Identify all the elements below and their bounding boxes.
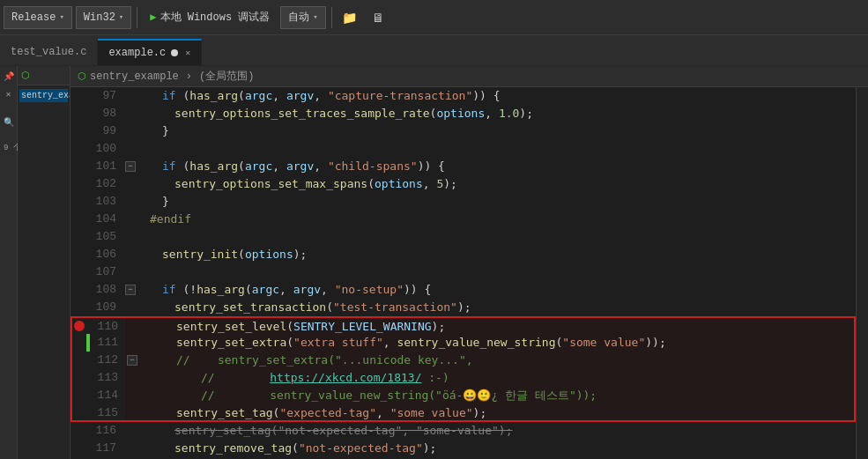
collapse-gutter: − [123, 158, 137, 175]
mode-dropdown[interactable]: 自动 ▾ [280, 6, 325, 29]
line-number: 99 [88, 122, 123, 140]
gutter-bp[interactable] [70, 281, 85, 299]
gutter-bp[interactable] [70, 422, 85, 440]
gutter-bp[interactable] [70, 87, 85, 105]
collapse-button[interactable]: − [125, 161, 136, 172]
collapse-gutter [123, 211, 137, 228]
gutter-bp[interactable] [70, 228, 85, 246]
tab-example-c-modified [171, 49, 178, 56]
sidebar-close-icon[interactable]: ✕ [2, 87, 16, 101]
collapse-gutter: − [125, 352, 139, 369]
line-number: 106 [88, 246, 123, 263]
tab-bar: test_value.c example.c ✕ [0, 35, 868, 66]
table-row: 111sentry_set_extra("extra stuff", sentr… [70, 334, 856, 352]
breadcrumb-icon: ⬡ [78, 70, 86, 82]
line-number: 105 [88, 228, 123, 246]
play-icon: ▶ [150, 11, 156, 24]
code-cell [137, 263, 856, 281]
config-arrow: ▾ [59, 12, 63, 22]
gutter-bp[interactable] [70, 140, 85, 158]
gutter-bp[interactable] [70, 193, 85, 211]
solution-item-sentry-example[interactable]: sentry_example [19, 89, 68, 102]
line-number: 112 [90, 352, 125, 369]
code-cell: // https://xkcd.com/1813/ :-) [139, 369, 854, 387]
collapse-gutter [123, 122, 137, 140]
solution-content: sentry_example [18, 85, 70, 106]
solution-header: ⬡ [18, 66, 70, 85]
code-cell: sentry_set_level(SENTRY_LEVEL_WARNING); [139, 318, 854, 334]
table-row: 116sentry_set_tag("not-expected-tag", "s… [70, 422, 856, 440]
code-editor[interactable]: 97if (has_arg(argc, argv, "capture-trans… [70, 87, 868, 459]
tab-test-value[interactable]: test_value.c [0, 39, 98, 65]
tab-example-c[interactable]: example.c ✕ [98, 39, 202, 65]
debug-button[interactable]: ▶ 本地 Windows 调试器 [143, 6, 277, 29]
table-row: 108−if (!has_arg(argc, argv, "no-setup")… [70, 281, 856, 299]
table-row: 101−if (has_arg(argc, argv, "child-spans… [70, 158, 856, 175]
table-row: 107 [70, 263, 856, 281]
code-cell: sentry_remove_tag("not-expected-tag"); [137, 440, 856, 457]
platform-dropdown[interactable]: Win32 ▾ [76, 6, 131, 29]
mode-arrow: ▾ [313, 12, 317, 22]
gutter-bp[interactable] [70, 440, 85, 457]
collapse-gutter: − [123, 281, 137, 299]
collapse-gutter [123, 193, 137, 211]
line-number: 100 [88, 140, 123, 158]
collapse-gutter [123, 105, 137, 122]
collapse-gutter [123, 175, 137, 193]
table-row: 102sentry_options_set_max_spans(options,… [70, 175, 856, 193]
gutter-bp[interactable] [70, 299, 85, 316]
gutter-bp[interactable] [70, 105, 85, 122]
collapse-button[interactable]: − [125, 285, 136, 295]
collapse-button[interactable]: − [127, 355, 137, 366]
code-cell: // sentry_value_new_string("öá-😀🙂¿ 한글 테스… [139, 387, 854, 404]
gutter-bp[interactable] [70, 122, 85, 140]
collapse-gutter [125, 334, 139, 352]
gutter-bp[interactable] [70, 158, 85, 175]
gutter-bp[interactable] [70, 211, 85, 228]
config-label: Release [11, 11, 56, 24]
breadcrumb-path: sentry_example [90, 70, 179, 83]
scrollbar[interactable] [856, 87, 868, 459]
collapse-gutter [125, 318, 139, 334]
table-row: 99} [70, 122, 856, 140]
mode-label: 自动 [288, 10, 309, 25]
sidebar-count-label: 共 9 个) [2, 140, 16, 154]
code-cell: sentry_set_tag("expected-tag", "some val… [139, 404, 854, 420]
sidebar-pin-icon[interactable]: 📌 [2, 70, 16, 84]
line-number: 110 [90, 318, 125, 334]
gutter-bp[interactable] [70, 263, 85, 281]
config-dropdown[interactable]: Release ▾ [4, 6, 72, 29]
collapse-gutter [123, 263, 137, 281]
left-sidebar: 📌 ✕ 🔍 共 9 个) [0, 66, 18, 459]
gutter-bp[interactable] [72, 369, 86, 387]
sidebar-search-icon[interactable]: 🔍 [2, 115, 16, 130]
line-number: 111 [90, 334, 125, 352]
code-cell: sentry_options_set_max_spans(options, 5)… [137, 175, 856, 193]
code-cell: if (!has_arg(argc, argv, "no-setup")) { [137, 281, 856, 299]
top-toolbar: Release ▾ Win32 ▾ ▶ 本地 Windows 调试器 自动 ▾ … [0, 0, 868, 35]
platform-label: Win32 [84, 11, 115, 24]
gutter-bp[interactable] [72, 334, 86, 352]
line-number: 107 [88, 263, 123, 281]
collapse-gutter [123, 87, 137, 105]
solution-item-label: sentry_example [21, 91, 70, 100]
gutter-bp[interactable] [72, 318, 86, 334]
screen-icon-btn[interactable]: 🖥 [366, 6, 390, 29]
gutter-bp[interactable] [72, 404, 86, 420]
line-number: 109 [88, 299, 123, 316]
code-cell: sentry_init(options); [137, 246, 856, 263]
line-number: 116 [88, 422, 123, 440]
line-number: 103 [88, 193, 123, 211]
gutter-bp[interactable] [72, 352, 86, 369]
toolbar-separator-1 [137, 7, 137, 28]
tab-test-value-label: test_value.c [11, 46, 86, 58]
folder-icon-btn[interactable]: 📁 [338, 6, 362, 29]
table-row: 112−// sentry_set_extra("...unicode key.… [70, 352, 856, 369]
gutter-bp[interactable] [70, 246, 85, 263]
code-cell: sentry_options_set_traces_sample_rate(op… [137, 105, 856, 122]
solution-icon: ⬡ [21, 70, 30, 81]
gutter-bp[interactable] [72, 387, 86, 404]
gutter-bp[interactable] [70, 175, 85, 193]
tab-example-c-close[interactable]: ✕ [185, 48, 190, 58]
code-cell: } [137, 122, 856, 140]
